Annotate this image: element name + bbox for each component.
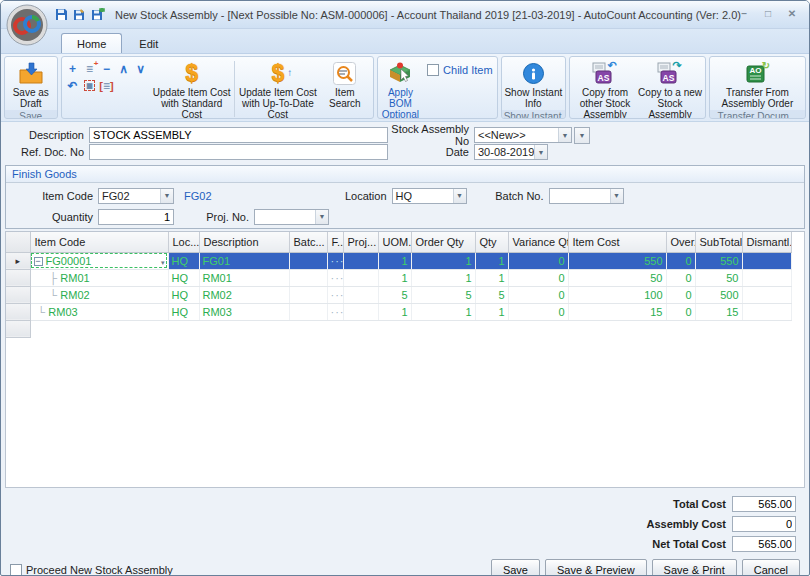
- move-down-icon[interactable]: ∨: [134, 62, 148, 75]
- grid-column-header[interactable]: Description: [199, 232, 289, 252]
- grid-column-header[interactable]: Proj...: [343, 232, 378, 252]
- cell-over[interactable]: 0: [666, 252, 695, 269]
- cell-description[interactable]: RM03: [199, 303, 289, 320]
- maximize-button[interactable]: □: [759, 6, 777, 21]
- show-instant-info-button[interactable]: Show Instant Info: [504, 58, 563, 109]
- item-search-button[interactable]: Item Search: [319, 58, 371, 119]
- grid-column-header[interactable]: Variance Qty: [508, 232, 568, 252]
- cell-f[interactable]: ···: [327, 269, 343, 286]
- cell-proj[interactable]: [343, 286, 378, 303]
- update-standard-cost-button[interactable]: $ Update Item Cost with Standard Cost: [152, 58, 232, 119]
- chevron-down-icon[interactable]: ▼: [534, 145, 547, 159]
- ref-doc-no-input[interactable]: [89, 144, 388, 160]
- cell-proj[interactable]: [343, 252, 378, 269]
- item-code-cell[interactable]: └RM03: [30, 303, 168, 320]
- cell-loc[interactable]: HQ: [168, 303, 199, 320]
- cell-order-qty[interactable]: 5: [411, 286, 475, 303]
- grid-column-header[interactable]: Loc...: [168, 232, 199, 252]
- cell-subtotal[interactable]: 50: [695, 269, 742, 286]
- cell-dismantle[interactable]: [742, 303, 791, 320]
- quantity-input[interactable]: [98, 209, 174, 225]
- cell-item-cost[interactable]: 550: [568, 252, 666, 269]
- grid-row[interactable]: ▸▾−FG00001HQFG01···11105500550: [6, 252, 791, 269]
- chevron-down-icon[interactable]: ▼: [453, 189, 466, 203]
- stock-assembly-no-combo[interactable]: <<New>> ▼: [474, 127, 572, 143]
- row-indicator[interactable]: [6, 286, 30, 303]
- autocount-logo-icon[interactable]: [6, 4, 48, 46]
- grid-row[interactable]: └RM03HQRM03···111015015: [6, 303, 791, 320]
- cell-description[interactable]: FG01: [199, 252, 289, 269]
- quick-save-icon[interactable]: [55, 8, 68, 21]
- copy-from-assembly-button[interactable]: AS↶ Copy from other Stock Assembly: [572, 58, 638, 119]
- grid-row[interactable]: ├RM01HQRM01···111050050: [6, 269, 791, 286]
- cell-uom[interactable]: 1: [378, 252, 411, 269]
- grid-column-header[interactable]: Item Code: [30, 232, 168, 252]
- update-uptodate-cost-button[interactable]: $↑ Update Item Cost with Up-To-Date Cost: [237, 58, 319, 119]
- child-item-checkbox[interactable]: Child Item: [427, 64, 493, 119]
- cell-uom[interactable]: 1: [378, 269, 411, 286]
- chevron-down-icon[interactable]: ▼: [558, 128, 571, 142]
- chevron-down-icon[interactable]: ▼: [610, 189, 623, 203]
- remove-row-icon[interactable]: −: [100, 62, 114, 75]
- proj-no-combo[interactable]: ▼: [254, 209, 329, 225]
- cell-description[interactable]: RM02: [199, 286, 289, 303]
- cancel-button[interactable]: Cancel: [742, 559, 800, 576]
- cell-qty[interactable]: 1: [475, 303, 508, 320]
- move-up-icon[interactable]: ∧: [117, 62, 131, 75]
- chevron-down-icon[interactable]: ▼: [160, 189, 173, 203]
- cell-variance-qty[interactable]: 0: [508, 286, 568, 303]
- cell-dismantle[interactable]: [742, 286, 791, 303]
- batch-no-combo[interactable]: ▼: [549, 188, 624, 204]
- location-combo[interactable]: HQ ▼: [392, 188, 467, 204]
- cell-uom[interactable]: 5: [378, 286, 411, 303]
- cell-proj[interactable]: [343, 303, 378, 320]
- cell-over[interactable]: 0: [666, 303, 695, 320]
- grid-column-header[interactable]: SubTotal: [695, 232, 742, 252]
- row-indicator[interactable]: [6, 269, 30, 286]
- grid-column-header[interactable]: Item Cost: [568, 232, 666, 252]
- cell-variance-qty[interactable]: 0: [508, 303, 568, 320]
- minimize-button[interactable]: –: [735, 6, 753, 21]
- save-preview-button[interactable]: Save & Preview: [545, 559, 647, 576]
- assembly-no-options-button[interactable]: ▼: [574, 127, 590, 144]
- cell-subtotal[interactable]: 15: [695, 303, 742, 320]
- cell-batc[interactable]: [289, 286, 327, 303]
- row-indicator[interactable]: [6, 320, 30, 337]
- chevron-down-icon[interactable]: ▾: [161, 259, 165, 267]
- cell-qty[interactable]: 1: [475, 252, 508, 269]
- cell-batc[interactable]: [289, 303, 327, 320]
- item-code-cell[interactable]: ├RM01: [30, 269, 168, 286]
- collapse-icon[interactable]: −: [34, 257, 43, 266]
- cell-uom[interactable]: 1: [378, 303, 411, 320]
- cell-order-qty[interactable]: 1: [411, 252, 475, 269]
- cell-variance-qty[interactable]: 0: [508, 252, 568, 269]
- cell-loc[interactable]: HQ: [168, 286, 199, 303]
- assembly-cost-field[interactable]: [732, 516, 796, 532]
- tab-home[interactable]: Home: [61, 33, 122, 53]
- total-cost-field[interactable]: [732, 496, 796, 512]
- add-row-icon[interactable]: +: [66, 62, 80, 75]
- transfer-from-assembly-order-button[interactable]: AO↻ Transfer From Assembly Order: [712, 58, 803, 109]
- cell-dismantle[interactable]: [742, 269, 791, 286]
- cell-description[interactable]: RM01: [199, 269, 289, 286]
- description-input[interactable]: [89, 127, 388, 143]
- cell-f[interactable]: ···: [327, 303, 343, 320]
- range-paste-icon[interactable]: ▦: [83, 79, 97, 92]
- cell-proj[interactable]: [343, 269, 378, 286]
- grid-column-header[interactable]: F...: [327, 232, 343, 252]
- row-indicator[interactable]: ▸: [6, 252, 30, 269]
- cell-f[interactable]: ···: [327, 252, 343, 269]
- grid-column-header[interactable]: Batc...: [289, 232, 327, 252]
- tab-edit[interactable]: Edit: [124, 34, 173, 53]
- proceed-new-assembly-checkbox[interactable]: Proceed New Stock Assembly: [10, 564, 173, 576]
- grid-column-header[interactable]: Dismantl...: [742, 232, 791, 252]
- cell-loc[interactable]: HQ: [168, 252, 199, 269]
- grid-column-header[interactable]: Qty: [475, 232, 508, 252]
- net-total-cost-field[interactable]: [732, 536, 796, 552]
- item-code-cell[interactable]: ▾−FG00001: [30, 252, 168, 269]
- cell-batc[interactable]: [289, 252, 327, 269]
- grid-row[interactable]: └RM02HQRM02···55501000500: [6, 286, 791, 303]
- cell-over[interactable]: 0: [666, 269, 695, 286]
- cell-qty[interactable]: 5: [475, 286, 508, 303]
- quick-save-as-icon[interactable]: [73, 8, 86, 21]
